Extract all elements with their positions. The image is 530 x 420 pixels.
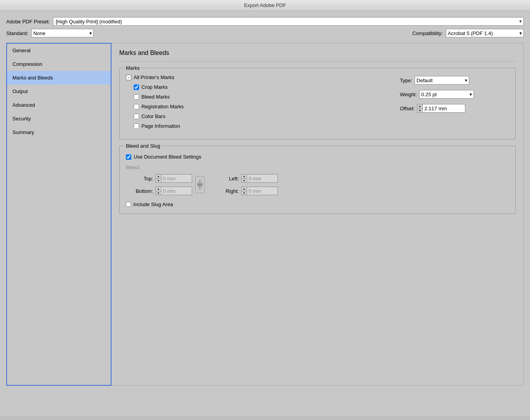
all-printers-marks-minus[interactable]: − [126,75,131,80]
type-label: Type: [400,78,412,83]
preset-label: Adobe PDF Preset: [6,19,50,25]
top-up-btn[interactable]: ▲ [156,175,161,179]
offset-down-btn[interactable]: ▼ [417,109,422,113]
top-spinner[interactable]: ▲ ▼ [155,174,192,183]
bottom-row: Bottom: ▲ ▼ [134,187,192,195]
crop-marks-label: Crop Marks [141,84,168,90]
standard-select[interactable]: None [31,29,94,37]
dialog-title: Export Adobe PDF [244,2,286,8]
marks-group-label: Marks [124,65,141,71]
content-area: Marks and Bleeds Marks − All Printer's M… [111,43,524,386]
right-up-btn[interactable]: ▲ [242,187,247,191]
section-title: Marks and Bleeds [119,49,516,56]
type-row: Type: Default ▼ [400,76,509,85]
crop-marks-checkbox[interactable] [134,85,139,90]
right-input[interactable] [247,187,278,195]
link-icon[interactable] [195,176,205,193]
compatibility-label: Compatibility: [412,30,443,36]
standard-select-wrapper[interactable]: None ▼ [31,29,94,37]
offset-row: Offset: ▲ ▼ [400,104,509,113]
type-select[interactable]: Default [415,76,469,85]
compatibility-select-wrapper[interactable]: Acrobat 5 (PDF 1.4) ▼ [446,29,524,37]
offset-spinner[interactable]: ▲ ▼ [417,104,465,113]
right-label: Right: [223,188,239,194]
compatibility-select[interactable]: Acrobat 5 (PDF 1.4) [446,29,524,37]
weight-select[interactable]: 0.25 pt [419,90,474,99]
include-slug-row: Include Slug Area [126,201,509,207]
right-spinner[interactable]: ▲ ▼ [241,187,278,195]
standard-label: Standard: [6,30,28,36]
right-down-btn[interactable]: ▼ [242,191,247,195]
sidebar-item-summary[interactable]: Summary [7,125,111,139]
left-label: Left: [223,176,239,182]
bottom-up-btn[interactable]: ▲ [156,187,161,191]
sidebar-item-output[interactable]: Output [7,85,111,98]
color-bars-row: Color Bars [134,113,384,119]
weight-label: Weight: [400,92,417,97]
bottom-label: Bottom: [134,188,153,194]
all-printers-marks-row: − All Printer's Marks [126,74,384,80]
preset-select-wrapper[interactable]: [High Quality Print] (modified) ▼ [53,17,524,26]
sidebar-item-compression[interactable]: Compression [7,57,111,71]
color-bars-checkbox[interactable] [134,114,139,119]
left-up-btn[interactable]: ▲ [242,175,247,179]
page-info-checkbox[interactable] [134,124,139,129]
offset-up-btn[interactable]: ▲ [417,104,422,109]
weight-select-wrapper[interactable]: 0.25 pt ▼ [419,90,474,99]
top-row: Top: ▲ ▼ [134,174,192,183]
left-down-btn[interactable]: ▼ [242,179,247,183]
color-bars-label: Color Bars [141,113,165,119]
bleed-marks-checkbox[interactable] [134,94,139,100]
type-select-wrapper[interactable]: Default ▼ [415,76,469,85]
crop-marks-row: Crop Marks [134,84,384,90]
page-info-row: Page Information [134,123,384,129]
include-slug-checkbox[interactable] [126,202,131,207]
sidebar-item-security[interactable]: Security [7,112,111,125]
sidebar-item-general[interactable]: General [7,44,111,57]
offset-input[interactable] [422,104,465,113]
use-document-bleed-checkbox[interactable] [126,154,131,160]
bleed-marks-row: Bleed Marks [134,94,384,100]
bottom-spinner[interactable]: ▲ ▼ [155,187,192,195]
top-input[interactable] [161,174,192,183]
preset-select[interactable]: [High Quality Print] (modified) [53,17,524,26]
bottom-down-btn[interactable]: ▼ [156,191,161,195]
bleed-marks-label: Bleed Marks [141,94,170,100]
section-divider [119,61,516,62]
registration-marks-label: Registration Marks [141,104,184,109]
use-document-bleed-row: Use Document Bleed Settings [126,154,509,160]
include-slug-label: Include Slug Area [133,201,173,207]
page-info-label: Page Information [141,123,180,129]
registration-marks-row: Registration Marks [134,104,384,109]
sidebar-item-marks-bleeds[interactable]: Marks and Bleeds [7,71,111,85]
left-input[interactable] [247,174,278,183]
sidebar: General Compression Marks and Bleeds Out… [6,43,111,386]
marks-group: Marks − All Printer's Marks Crop Marks [119,68,516,139]
registration-marks-checkbox[interactable] [134,104,139,109]
top-label: Top: [134,176,153,182]
left-spinner[interactable]: ▲ ▼ [241,174,278,183]
bleed-slug-label: Bleed and Slug [124,143,162,149]
bleed-section-label: Bleed: [126,164,509,170]
sidebar-item-advanced[interactable]: Advanced [7,98,111,112]
title-bar: Export Adobe PDF [0,0,530,11]
offset-label: Offset: [400,106,415,111]
weight-row: Weight: 0.25 pt ▼ [400,90,509,99]
bleed-slug-group: Bleed and Slug Use Document Bleed Settin… [119,146,516,214]
use-document-bleed-label: Use Document Bleed Settings [134,154,201,160]
all-printers-marks-label: All Printer's Marks [134,74,174,80]
bottom-input[interactable] [161,187,192,195]
top-down-btn[interactable]: ▼ [156,179,161,183]
right-row: Right: ▲ ▼ [223,187,278,195]
left-row: Left: ▲ ▼ [223,174,278,183]
